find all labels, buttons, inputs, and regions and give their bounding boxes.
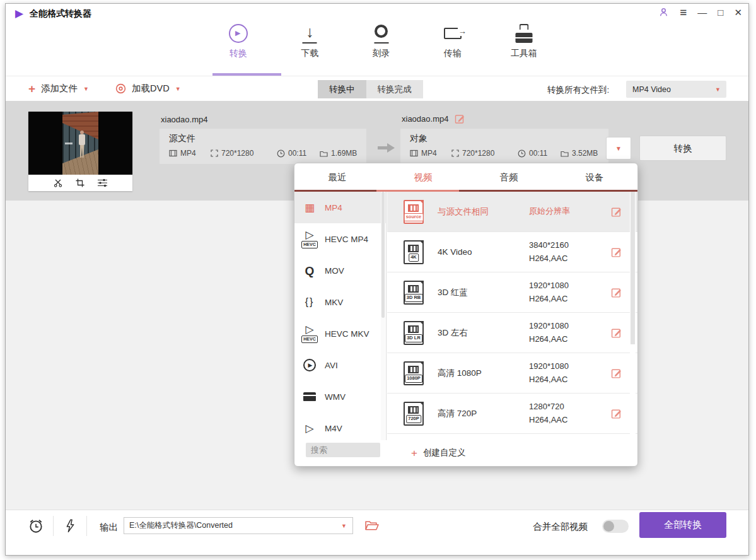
- target-file-name: xiaodao.mp4: [402, 114, 448, 124]
- source-resolution: 720*1280: [221, 149, 253, 158]
- video-thumbnail[interactable]: [28, 112, 132, 175]
- target-size: 3.52MB: [572, 149, 598, 158]
- preset-row[interactable]: 3D LR 3D 左右 1920*1080 H264,AAC: [387, 313, 638, 353]
- target-format-dropdown-button[interactable]: ▼: [606, 137, 631, 160]
- format-label: MP4: [325, 203, 342, 213]
- nav-tab[interactable]: 传输: [424, 21, 482, 59]
- format-list-scrollbar[interactable]: [381, 192, 385, 440]
- nav-tab[interactable]: 工具箱: [495, 21, 553, 59]
- preset-list-scrollbar[interactable]: [630, 192, 636, 440]
- add-files-label: 添加文件: [41, 83, 78, 95]
- load-dvd-button[interactable]: 加载DVD ▼: [115, 83, 181, 95]
- preset-row[interactable]: 720P 高清 720P 1280*720 H264,AAC: [387, 394, 638, 434]
- convert-row-button[interactable]: 转换: [639, 136, 726, 161]
- output-label: 输出: [100, 522, 118, 534]
- nav-tab-icon: [298, 21, 321, 45]
- close-icon[interactable]: ✕: [734, 8, 742, 17]
- format-popup-tab-label: 设备: [586, 172, 604, 184]
- nav-tab[interactable]: 下载: [281, 21, 339, 59]
- format-popup-tab[interactable]: 音频: [466, 163, 552, 192]
- search-input[interactable]: [306, 443, 380, 457]
- preset-row[interactable]: 4K 4K Video 3840*2160 H264,AAC: [387, 232, 638, 272]
- format-item[interactable]: {} MKV: [294, 286, 386, 318]
- target-info-box: 对象 MP4 720*1280 00:11 3.52MB: [400, 129, 608, 164]
- create-custom-button[interactable]: + 创建自定义: [411, 447, 465, 458]
- schedule-alarm-icon[interactable]: [28, 518, 44, 534]
- format-label: HEVC MP4: [325, 235, 368, 244]
- preset-resolution: 1920*1080: [529, 360, 611, 373]
- nav-tab-label: 工具箱: [511, 48, 537, 59]
- source-duration: 00:11: [288, 149, 306, 158]
- preset-edit-icon[interactable]: [611, 247, 622, 258]
- format-item[interactable]: ▷ HEVC HEVC MKV: [294, 318, 386, 349]
- source-format: MP4: [180, 149, 196, 158]
- maximize-icon[interactable]: □: [718, 8, 723, 17]
- format-icon: ▶: [294, 359, 325, 371]
- convert-all-button[interactable]: 全部转换: [639, 512, 726, 538]
- nav-tab[interactable]: 刻录: [352, 21, 410, 59]
- minimize-icon[interactable]: —: [697, 8, 707, 17]
- convert-status-tabs: 转换中 转换完成: [318, 80, 423, 98]
- preset-list: source 与源文件相同 原始分辨率 4K: [387, 192, 638, 440]
- main-nav: 转换 下载 刻录 传输 工具箱: [209, 21, 553, 59]
- output-path-input[interactable]: [124, 522, 341, 530]
- add-files-button[interactable]: + 添加文件 ▼: [28, 83, 89, 95]
- output-format-value: MP4 Video: [632, 85, 671, 94]
- output-path-field: ▼: [124, 517, 353, 534]
- account-icon[interactable]: [658, 7, 669, 18]
- nav-divider: [6, 76, 748, 76]
- divider: [86, 516, 87, 536]
- format-item[interactable]: ▷ M4V: [294, 412, 386, 440]
- trim-scissors-icon[interactable]: [53, 178, 63, 188]
- crop-icon[interactable]: [75, 178, 85, 188]
- target-format: MP4: [421, 149, 437, 158]
- rename-edit-icon[interactable]: [455, 114, 465, 124]
- folder-icon: [561, 150, 569, 157]
- format-popup-tab-label: 最近: [329, 172, 347, 184]
- source-info-box: 源文件 MP4 720*1280 00:11 1.69MB: [160, 129, 366, 164]
- clock-icon: [277, 149, 285, 158]
- format-popup-tab[interactable]: 设备: [552, 163, 637, 192]
- output-format-dropdown[interactable]: MP4 Video ▼: [626, 81, 726, 98]
- source-size: 1.69MB: [331, 149, 357, 158]
- preset-edit-icon[interactable]: [611, 327, 622, 339]
- preset-name: 高清 1080P: [438, 368, 529, 379]
- chevron-down-icon[interactable]: ▼: [341, 523, 352, 529]
- open-folder-icon[interactable]: [364, 520, 379, 532]
- preset-row[interactable]: 3D RB 3D 红蓝 1920*1080 H264,AAC: [387, 272, 638, 313]
- preset-edit-icon[interactable]: [611, 368, 622, 379]
- preset-row[interactable]: source 与源文件相同 原始分辨率: [387, 192, 638, 232]
- format-item[interactable]: ▶ AVI: [294, 349, 386, 381]
- performance-lightning-icon[interactable]: [62, 518, 78, 534]
- format-item[interactable]: ▦ MP4: [294, 192, 386, 223]
- nav-tab-icon: [441, 21, 464, 45]
- preset-edit-icon[interactable]: [611, 206, 622, 218]
- menu-icon[interactable]: ≡: [680, 6, 687, 18]
- preset-edit-icon[interactable]: [611, 408, 622, 419]
- format-popup-tab[interactable]: 最近: [294, 163, 380, 192]
- preset-edit-icon[interactable]: [611, 287, 622, 298]
- preset-name: 3D 红蓝: [438, 287, 529, 298]
- resolution-icon: [451, 149, 459, 157]
- format-icon: [294, 392, 325, 401]
- tab-converting[interactable]: 转换中: [318, 80, 366, 98]
- tab-converted[interactable]: 转换完成: [366, 80, 423, 98]
- preset-row[interactable]: 1080P 高清 1080P 1920*1080 H264,AAC: [387, 353, 638, 394]
- dvd-icon: [115, 83, 126, 94]
- format-popup-tabs: 最近 视频 音频 设备: [294, 163, 637, 192]
- merge-all-videos-label: 合并全部视频: [533, 521, 588, 533]
- app-logo-icon: ▶: [15, 7, 23, 20]
- format-popup-tab[interactable]: 视频: [380, 163, 466, 192]
- format-icon: ▷ HEVC: [294, 230, 325, 248]
- effects-sliders-icon[interactable]: [97, 178, 108, 188]
- format-item[interactable]: Q MOV: [294, 255, 386, 286]
- format-icon: Q: [294, 265, 325, 277]
- nav-tab[interactable]: 转换: [209, 21, 267, 59]
- merge-toggle[interactable]: [602, 520, 629, 533]
- format-item[interactable]: WMV: [294, 381, 386, 412]
- preset-codec: H264,AAC: [529, 252, 611, 265]
- format-item[interactable]: ▷ HEVC HEVC MP4: [294, 223, 386, 255]
- preset-codec: H264,AAC: [529, 333, 611, 346]
- convert-all-to-label: 转换所有文件到:: [547, 85, 609, 96]
- preset-resolution: 3840*2160: [529, 239, 611, 252]
